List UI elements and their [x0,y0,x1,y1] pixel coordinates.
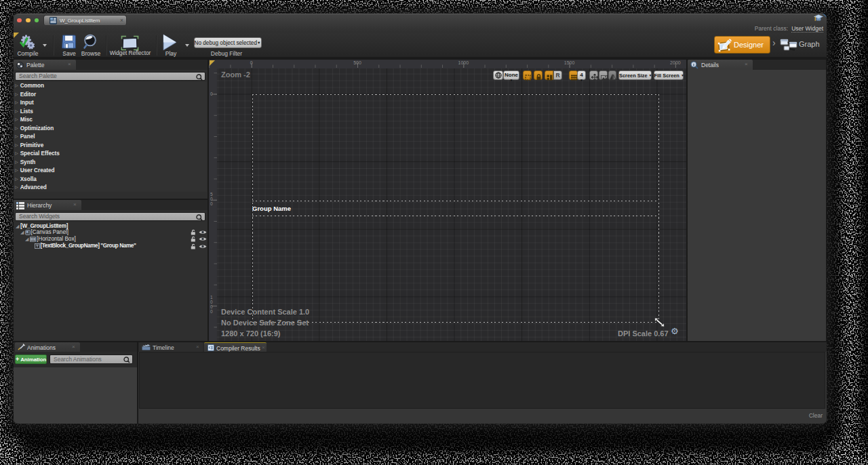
svg-text:0: 0 [210,92,213,96]
svg-text:0: 0 [210,300,213,304]
svg-text:2000: 2000 [670,60,681,65]
svg-text:500: 500 [353,60,361,65]
svg-text:0: 0 [250,60,253,65]
svg-text:1000: 1000 [458,60,469,65]
svg-text:0: 0 [210,197,213,201]
svg-text:0: 0 [210,309,213,314]
svg-text:1500: 1500 [564,60,575,65]
svg-text:5: 5 [210,192,213,197]
svg-text:0: 0 [210,304,213,309]
svg-text:1: 1 [210,295,213,300]
svg-text:0: 0 [210,201,213,206]
